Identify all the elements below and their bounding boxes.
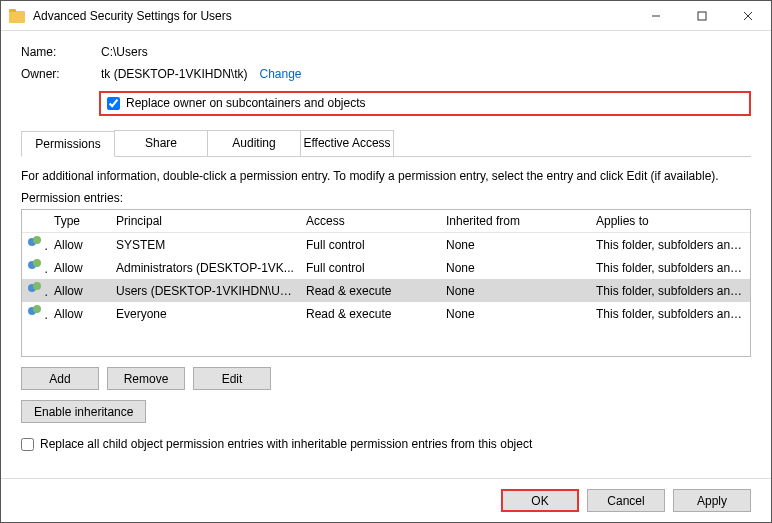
tab-effective-access[interactable]: Effective Access (300, 130, 394, 156)
row-access: Read & execute (300, 279, 440, 302)
replace-children-checkbox[interactable] (21, 438, 34, 451)
owner-label: Owner: (21, 67, 101, 81)
row-type: Allow (48, 302, 110, 325)
table-row[interactable]: AllowEveryoneRead & executeNoneThis fold… (22, 302, 750, 325)
row-principal: SYSTEM (110, 233, 300, 257)
name-label: Name: (21, 45, 101, 59)
people-icon (28, 259, 44, 273)
row-principal: Users (DESKTOP-1VKIHDN\Us... (110, 279, 300, 302)
close-button[interactable] (725, 1, 771, 31)
add-button[interactable]: Add (21, 367, 99, 390)
window-title: Advanced Security Settings for Users (33, 9, 633, 23)
row-type: Allow (48, 256, 110, 279)
col-inherited[interactable]: Inherited from (440, 210, 590, 233)
tab-share[interactable]: Share (114, 130, 208, 156)
col-access[interactable]: Access (300, 210, 440, 233)
table-row[interactable]: AllowAdministrators (DESKTOP-1VK...Full … (22, 256, 750, 279)
row-principal: Administrators (DESKTOP-1VK... (110, 256, 300, 279)
row-principal: Everyone (110, 302, 300, 325)
row-inherited: None (440, 279, 590, 302)
entries-label: Permission entries: (21, 191, 751, 205)
maximize-button[interactable] (679, 1, 725, 31)
permission-entries-grid[interactable]: Type Principal Access Inherited from App… (21, 209, 751, 357)
people-icon (28, 236, 44, 250)
row-inherited: None (440, 256, 590, 279)
tab-auditing[interactable]: Auditing (207, 130, 301, 156)
info-text: For additional information, double-click… (21, 169, 751, 183)
row-type: Allow (48, 279, 110, 302)
remove-button[interactable]: Remove (107, 367, 185, 390)
row-access: Full control (300, 256, 440, 279)
name-value: C:\Users (101, 45, 148, 59)
svg-rect-1 (698, 12, 706, 20)
row-applies: This folder, subfolders and files (590, 256, 750, 279)
row-applies: This folder, subfolders and files (590, 302, 750, 325)
table-row[interactable]: AllowSYSTEMFull controlNoneThis folder, … (22, 233, 750, 257)
apply-button[interactable]: Apply (673, 489, 751, 512)
row-applies: This folder, subfolders and files (590, 279, 750, 302)
col-type[interactable]: Type (48, 210, 110, 233)
edit-button[interactable]: Edit (193, 367, 271, 390)
replace-children-label: Replace all child object permission entr… (40, 437, 532, 451)
content-area: Name: C:\Users Owner: tk (DESKTOP-1VKIHD… (1, 31, 771, 478)
col-principal[interactable]: Principal (110, 210, 300, 233)
dialog-footer: OK Cancel Apply (1, 478, 771, 522)
replace-children-checkbox-row[interactable]: Replace all child object permission entr… (21, 437, 751, 451)
replace-owner-label: Replace owner on subcontainers and objec… (126, 96, 365, 110)
table-row[interactable]: AllowUsers (DESKTOP-1VKIHDN\Us...Read & … (22, 279, 750, 302)
row-access: Read & execute (300, 302, 440, 325)
people-icon (28, 282, 44, 296)
row-access: Full control (300, 233, 440, 257)
row-inherited: None (440, 233, 590, 257)
owner-value: tk (DESKTOP-1VKIHDN\tk) (101, 67, 247, 81)
tab-permissions[interactable]: Permissions (21, 131, 115, 157)
replace-owner-checkbox[interactable] (107, 97, 120, 110)
enable-inheritance-button[interactable]: Enable inheritance (21, 400, 146, 423)
grid-header-row: Type Principal Access Inherited from App… (22, 210, 750, 233)
minimize-button[interactable] (633, 1, 679, 31)
row-inherited: None (440, 302, 590, 325)
replace-owner-checkbox-row[interactable]: Replace owner on subcontainers and objec… (99, 91, 751, 116)
tabs: Permissions Share Auditing Effective Acc… (21, 130, 751, 157)
col-applies[interactable]: Applies to (590, 210, 750, 233)
change-owner-link[interactable]: Change (259, 67, 301, 81)
titlebar: Advanced Security Settings for Users (1, 1, 771, 31)
row-type: Allow (48, 233, 110, 257)
cancel-button[interactable]: Cancel (587, 489, 665, 512)
people-icon (28, 305, 44, 319)
folder-icon (9, 9, 25, 23)
ok-button[interactable]: OK (501, 489, 579, 512)
window-controls (633, 1, 771, 31)
row-applies: This folder, subfolders and files (590, 233, 750, 257)
